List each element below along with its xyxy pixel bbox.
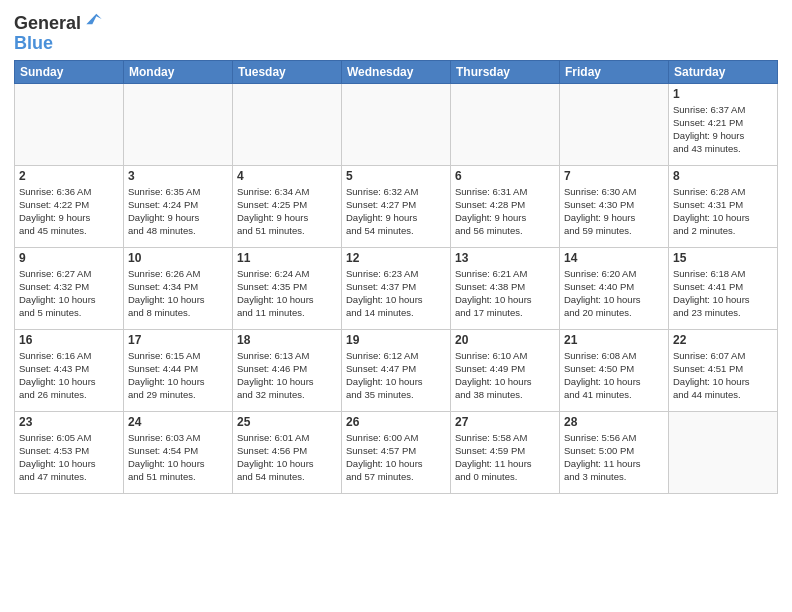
day-info: Sunrise: 6:13 AM Sunset: 4:46 PM Dayligh… <box>237 349 337 402</box>
weekday-header: Thursday <box>451 60 560 83</box>
day-info: Sunrise: 6:05 AM Sunset: 4:53 PM Dayligh… <box>19 431 119 484</box>
calendar-cell: 8Sunrise: 6:28 AM Sunset: 4:31 PM Daylig… <box>669 165 778 247</box>
calendar-cell: 15Sunrise: 6:18 AM Sunset: 4:41 PM Dayli… <box>669 247 778 329</box>
day-info: Sunrise: 6:08 AM Sunset: 4:50 PM Dayligh… <box>564 349 664 402</box>
day-number: 7 <box>564 169 664 183</box>
day-info: Sunrise: 5:56 AM Sunset: 5:00 PM Dayligh… <box>564 431 664 484</box>
day-info: Sunrise: 6:18 AM Sunset: 4:41 PM Dayligh… <box>673 267 773 320</box>
header: General Blue <box>14 10 778 54</box>
calendar-cell: 5Sunrise: 6:32 AM Sunset: 4:27 PM Daylig… <box>342 165 451 247</box>
day-info: Sunrise: 6:12 AM Sunset: 4:47 PM Dayligh… <box>346 349 446 402</box>
weekday-header: Saturday <box>669 60 778 83</box>
day-info: Sunrise: 6:07 AM Sunset: 4:51 PM Dayligh… <box>673 349 773 402</box>
logo-blue: Blue <box>14 33 53 53</box>
day-info: Sunrise: 6:26 AM Sunset: 4:34 PM Dayligh… <box>128 267 228 320</box>
calendar-cell: 21Sunrise: 6:08 AM Sunset: 4:50 PM Dayli… <box>560 329 669 411</box>
calendar-week-row: 16Sunrise: 6:16 AM Sunset: 4:43 PM Dayli… <box>15 329 778 411</box>
calendar-cell: 13Sunrise: 6:21 AM Sunset: 4:38 PM Dayli… <box>451 247 560 329</box>
calendar-cell: 16Sunrise: 6:16 AM Sunset: 4:43 PM Dayli… <box>15 329 124 411</box>
day-number: 8 <box>673 169 773 183</box>
calendar-cell: 7Sunrise: 6:30 AM Sunset: 4:30 PM Daylig… <box>560 165 669 247</box>
day-info: Sunrise: 6:21 AM Sunset: 4:38 PM Dayligh… <box>455 267 555 320</box>
calendar-cell: 2Sunrise: 6:36 AM Sunset: 4:22 PM Daylig… <box>15 165 124 247</box>
calendar-cell <box>342 83 451 165</box>
day-info: Sunrise: 6:01 AM Sunset: 4:56 PM Dayligh… <box>237 431 337 484</box>
weekday-header: Friday <box>560 60 669 83</box>
calendar-cell: 14Sunrise: 6:20 AM Sunset: 4:40 PM Dayli… <box>560 247 669 329</box>
calendar-cell <box>233 83 342 165</box>
day-info: Sunrise: 6:27 AM Sunset: 4:32 PM Dayligh… <box>19 267 119 320</box>
calendar-cell: 9Sunrise: 6:27 AM Sunset: 4:32 PM Daylig… <box>15 247 124 329</box>
day-number: 17 <box>128 333 228 347</box>
day-number: 9 <box>19 251 119 265</box>
calendar-cell: 1Sunrise: 6:37 AM Sunset: 4:21 PM Daylig… <box>669 83 778 165</box>
calendar-week-row: 9Sunrise: 6:27 AM Sunset: 4:32 PM Daylig… <box>15 247 778 329</box>
calendar-cell: 23Sunrise: 6:05 AM Sunset: 4:53 PM Dayli… <box>15 411 124 493</box>
calendar-cell: 18Sunrise: 6:13 AM Sunset: 4:46 PM Dayli… <box>233 329 342 411</box>
calendar-cell <box>124 83 233 165</box>
calendar-cell: 3Sunrise: 6:35 AM Sunset: 4:24 PM Daylig… <box>124 165 233 247</box>
calendar-week-row: 2Sunrise: 6:36 AM Sunset: 4:22 PM Daylig… <box>15 165 778 247</box>
calendar-cell: 10Sunrise: 6:26 AM Sunset: 4:34 PM Dayli… <box>124 247 233 329</box>
day-info: Sunrise: 6:15 AM Sunset: 4:44 PM Dayligh… <box>128 349 228 402</box>
weekday-header: Wednesday <box>342 60 451 83</box>
day-number: 11 <box>237 251 337 265</box>
day-number: 14 <box>564 251 664 265</box>
day-number: 24 <box>128 415 228 429</box>
day-number: 12 <box>346 251 446 265</box>
calendar-cell: 26Sunrise: 6:00 AM Sunset: 4:57 PM Dayli… <box>342 411 451 493</box>
calendar-cell: 22Sunrise: 6:07 AM Sunset: 4:51 PM Dayli… <box>669 329 778 411</box>
weekday-header: Tuesday <box>233 60 342 83</box>
day-info: Sunrise: 6:20 AM Sunset: 4:40 PM Dayligh… <box>564 267 664 320</box>
calendar-cell: 19Sunrise: 6:12 AM Sunset: 4:47 PM Dayli… <box>342 329 451 411</box>
day-info: Sunrise: 6:10 AM Sunset: 4:49 PM Dayligh… <box>455 349 555 402</box>
day-number: 25 <box>237 415 337 429</box>
weekday-header: Monday <box>124 60 233 83</box>
calendar-cell <box>669 411 778 493</box>
day-info: Sunrise: 6:31 AM Sunset: 4:28 PM Dayligh… <box>455 185 555 238</box>
calendar-cell <box>15 83 124 165</box>
day-number: 15 <box>673 251 773 265</box>
calendar-week-row: 1Sunrise: 6:37 AM Sunset: 4:21 PM Daylig… <box>15 83 778 165</box>
calendar-cell: 20Sunrise: 6:10 AM Sunset: 4:49 PM Dayli… <box>451 329 560 411</box>
calendar-cell: 24Sunrise: 6:03 AM Sunset: 4:54 PM Dayli… <box>124 411 233 493</box>
page-container: General Blue SundayMondayTuesdayWednesda… <box>0 0 792 500</box>
day-number: 5 <box>346 169 446 183</box>
calendar-cell: 4Sunrise: 6:34 AM Sunset: 4:25 PM Daylig… <box>233 165 342 247</box>
day-number: 2 <box>19 169 119 183</box>
calendar-cell: 17Sunrise: 6:15 AM Sunset: 4:44 PM Dayli… <box>124 329 233 411</box>
day-number: 3 <box>128 169 228 183</box>
day-info: Sunrise: 6:16 AM Sunset: 4:43 PM Dayligh… <box>19 349 119 402</box>
calendar-cell: 25Sunrise: 6:01 AM Sunset: 4:56 PM Dayli… <box>233 411 342 493</box>
day-info: Sunrise: 6:24 AM Sunset: 4:35 PM Dayligh… <box>237 267 337 320</box>
logo-icon <box>83 9 103 29</box>
day-info: Sunrise: 6:34 AM Sunset: 4:25 PM Dayligh… <box>237 185 337 238</box>
day-info: Sunrise: 6:23 AM Sunset: 4:37 PM Dayligh… <box>346 267 446 320</box>
day-number: 23 <box>19 415 119 429</box>
day-info: Sunrise: 6:28 AM Sunset: 4:31 PM Dayligh… <box>673 185 773 238</box>
calendar-week-row: 23Sunrise: 6:05 AM Sunset: 4:53 PM Dayli… <box>15 411 778 493</box>
calendar-cell: 28Sunrise: 5:56 AM Sunset: 5:00 PM Dayli… <box>560 411 669 493</box>
day-number: 16 <box>19 333 119 347</box>
day-number: 6 <box>455 169 555 183</box>
day-number: 22 <box>673 333 773 347</box>
day-number: 10 <box>128 251 228 265</box>
day-info: Sunrise: 6:03 AM Sunset: 4:54 PM Dayligh… <box>128 431 228 484</box>
day-info: Sunrise: 6:35 AM Sunset: 4:24 PM Dayligh… <box>128 185 228 238</box>
day-number: 19 <box>346 333 446 347</box>
day-info: Sunrise: 6:37 AM Sunset: 4:21 PM Dayligh… <box>673 103 773 156</box>
logo-text: General <box>14 14 81 34</box>
weekday-header: Sunday <box>15 60 124 83</box>
day-number: 18 <box>237 333 337 347</box>
calendar-header-row: SundayMondayTuesdayWednesdayThursdayFrid… <box>15 60 778 83</box>
svg-marker-0 <box>86 14 101 25</box>
day-number: 20 <box>455 333 555 347</box>
day-info: Sunrise: 6:30 AM Sunset: 4:30 PM Dayligh… <box>564 185 664 238</box>
calendar-cell: 27Sunrise: 5:58 AM Sunset: 4:59 PM Dayli… <box>451 411 560 493</box>
day-number: 28 <box>564 415 664 429</box>
day-info: Sunrise: 6:36 AM Sunset: 4:22 PM Dayligh… <box>19 185 119 238</box>
calendar-cell <box>560 83 669 165</box>
day-info: Sunrise: 6:32 AM Sunset: 4:27 PM Dayligh… <box>346 185 446 238</box>
day-number: 21 <box>564 333 664 347</box>
logo: General Blue <box>14 14 103 54</box>
